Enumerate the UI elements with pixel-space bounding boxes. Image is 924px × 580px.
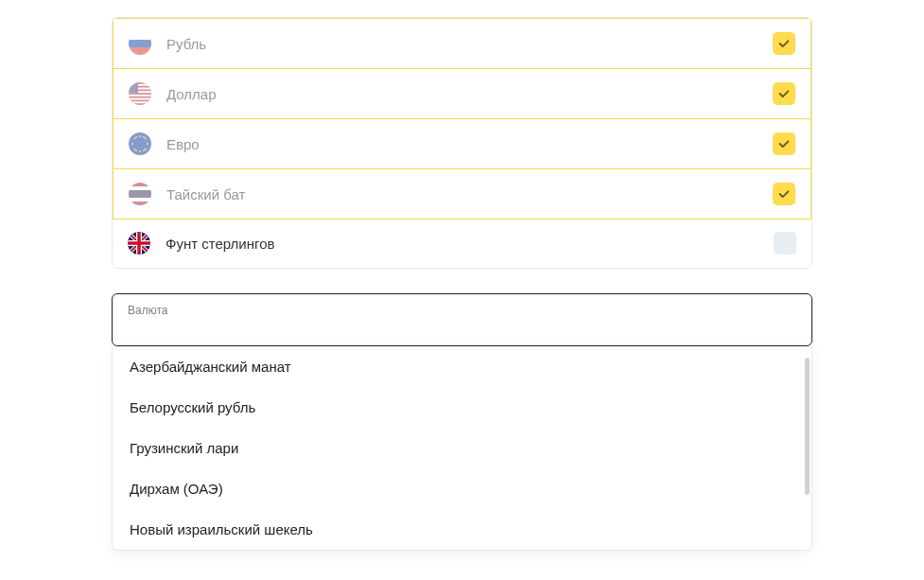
dropdown-item[interactable]: Новый израильский шекель [113,509,811,550]
currency-label: Тайский бат [166,186,773,202]
dropdown-item[interactable]: Белорусский рубль [113,387,811,428]
svg-point-15 [147,143,148,145]
currency-label: Фунт стерлингов [166,236,774,252]
flag-th-icon [129,183,151,205]
checkbox-checked[interactable] [773,132,795,155]
check-icon [777,87,791,100]
check-icon [777,137,791,150]
svg-rect-2 [129,47,151,55]
dropdown-item[interactable]: Дирхам (ОАЭ) [113,468,811,509]
currency-label: Евро [166,136,773,152]
svg-rect-27 [129,190,151,198]
currency-label: Доллар [166,86,773,102]
checkbox-checked[interactable] [773,183,795,205]
svg-point-16 [133,137,135,139]
svg-point-13 [139,150,141,152]
check-icon [777,37,791,50]
currency-row-gbp[interactable]: Фунт стерлингов [113,219,811,268]
currency-row-eur[interactable]: Евро [113,118,811,169]
currency-row-thb[interactable]: Тайский бат [113,168,811,220]
svg-rect-9 [129,101,151,103]
svg-rect-26 [129,202,151,205]
svg-point-21 [143,136,145,138]
scrollbar-thumb[interactable] [805,358,810,495]
currency-row-rub[interactable]: Рубль [113,18,811,69]
svg-rect-1 [129,40,151,47]
svg-point-12 [139,135,141,137]
svg-point-23 [143,149,145,151]
currency-label: Рубль [166,36,773,52]
flag-ru-icon [129,32,151,55]
svg-point-22 [135,149,137,151]
svg-point-14 [131,143,133,145]
svg-point-20 [135,136,137,138]
svg-point-19 [145,149,147,150]
svg-rect-8 [129,98,151,100]
svg-point-18 [133,149,135,150]
checkbox-checked[interactable] [773,32,795,55]
combobox-value [128,319,796,336]
dropdown: Азербайджанский манат Белорусский рубль … [112,346,812,551]
currency-row-usd[interactable]: Доллар [113,68,811,119]
svg-rect-0 [129,32,151,40]
combobox-field[interactable]: Валюта [112,293,812,346]
svg-rect-7 [129,95,151,97]
svg-rect-10 [129,82,138,93]
flag-eu-icon [129,132,151,155]
currency-list: Рубль Доллар [112,17,812,269]
checkbox-checked[interactable] [773,82,795,105]
dropdown-item[interactable]: Азербайджанский манат [113,346,811,387]
check-icon [777,187,791,201]
flag-gb-icon [128,232,150,255]
dropdown-item[interactable]: Грузинский лари [113,428,811,468]
svg-rect-25 [129,183,151,186]
svg-point-17 [145,137,147,139]
flag-us-icon [129,82,151,105]
dropdown-scroll[interactable]: Азербайджанский манат Белорусский рубль … [113,346,811,550]
checkbox-unchecked[interactable] [774,232,796,255]
combobox-label: Валюта [128,304,796,317]
currency-combobox: Валюта Азербайджанский манат Белорусский… [112,293,812,551]
